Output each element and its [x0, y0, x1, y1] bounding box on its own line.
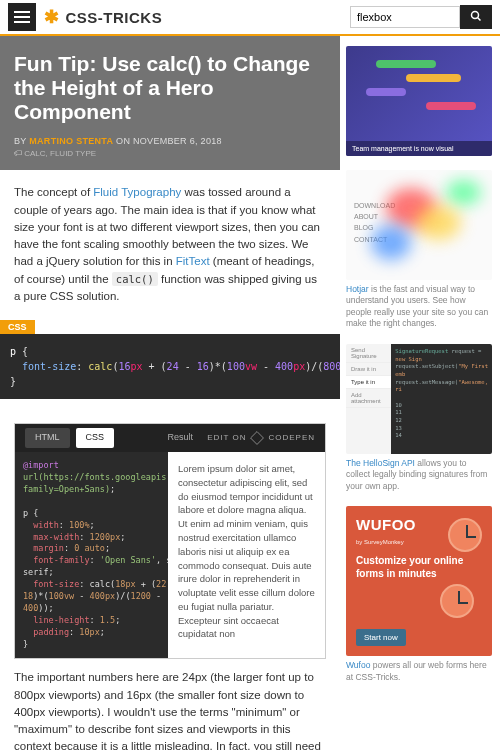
result-label: Result — [168, 431, 194, 445]
ad-image: Team management is now visual — [346, 46, 492, 156]
ad-caption: Wufoo powers all our web forms here at C… — [346, 660, 492, 683]
ad-image: DOWNLOADABOUTBLOGCONTACT — [346, 170, 492, 280]
link-fluid-typography[interactable]: Fluid Typography — [93, 186, 181, 198]
search-form — [350, 5, 492, 29]
site-name: CSS-TRICKS — [66, 9, 163, 26]
paragraph-2: The important numbers here are 24px (the… — [14, 669, 326, 750]
codepen-embed: HTML CSS Result EDIT ON CODEPEN @import … — [14, 423, 326, 659]
code-language-label: CSS — [0, 320, 35, 334]
article-date: NOVEMBER 6, 2018 — [133, 136, 222, 146]
code-block: p { font-size: calc(16px + (24 - 16)*(10… — [0, 334, 340, 399]
ad-caption: Hotjar is the fast and visual way to und… — [346, 284, 492, 330]
ad-link[interactable]: The HelloSign API — [346, 458, 415, 468]
codepen-code-panel: @import url(https://fonts.googleapis.com… — [15, 452, 168, 658]
article-title: Fun Tip: Use calc() to Change the Height… — [14, 52, 326, 124]
ad-wufoo[interactable]: WUFOO by SurveyMonkey Customize your onl… — [346, 506, 492, 683]
top-bar: ✱ CSS-TRICKS — [0, 0, 500, 36]
link-fittext[interactable]: FitText — [176, 255, 210, 267]
edit-on-codepen[interactable]: EDIT ON CODEPEN — [207, 431, 315, 445]
ad-caption: The HelloSign API allows you to collect … — [346, 458, 492, 492]
clock-icon — [448, 518, 482, 552]
ad-link[interactable]: Hotjar — [346, 284, 369, 294]
ad-hotjar[interactable]: DOWNLOADABOUTBLOGCONTACT Hotjar is the f… — [346, 170, 492, 330]
menu-icon[interactable] — [8, 3, 36, 31]
search-button[interactable] — [460, 5, 492, 29]
hero: Fun Tip: Use calc() to Change the Height… — [0, 36, 340, 170]
start-now-button[interactable]: Start now — [356, 629, 406, 646]
clock-icon — [440, 584, 474, 618]
article-tags: CALC, FLUID TYPE — [14, 149, 326, 158]
author-link[interactable]: MARTINO STENTA — [29, 136, 113, 146]
star-icon: ✱ — [44, 6, 60, 28]
codepen-result-panel: Lorem ipsum dolor sit amet, consectetur … — [168, 452, 325, 658]
ad-hellosign[interactable]: Send SignatureDraw it inType it inAdd at… — [346, 344, 492, 492]
tab-html[interactable]: HTML — [25, 428, 70, 448]
ad-image: Send SignatureDraw it inType it inAdd at… — [346, 344, 492, 454]
sidebar: Team management is now visual DOWNLOADAB… — [340, 36, 500, 750]
svg-line-1 — [478, 17, 481, 20]
ad-image: WUFOO by SurveyMonkey Customize your onl… — [346, 506, 492, 656]
inline-code-calc: calc() — [112, 272, 158, 286]
svg-point-0 — [472, 11, 479, 18]
intro-paragraph: The concept of Fluid Typography was toss… — [14, 184, 326, 305]
search-input[interactable] — [350, 6, 460, 28]
main-content: Fun Tip: Use calc() to Change the Height… — [0, 36, 340, 750]
codepen-icon — [251, 431, 265, 445]
code-example: CSS p { font-size: calc(16px + (24 - 16)… — [0, 319, 340, 399]
codepen-header: HTML CSS Result EDIT ON CODEPEN — [15, 424, 325, 452]
site-logo[interactable]: ✱ CSS-TRICKS — [44, 6, 162, 28]
tab-css[interactable]: CSS — [76, 428, 115, 448]
ad-monday[interactable]: Team management is now visual — [346, 46, 492, 156]
byline: BY MARTINO STENTA ON NOVEMBER 6, 2018 — [14, 136, 326, 146]
ad-link[interactable]: Wufoo — [346, 660, 370, 670]
article-body: The concept of Fluid Typography was toss… — [0, 170, 340, 319]
search-icon — [470, 10, 482, 22]
